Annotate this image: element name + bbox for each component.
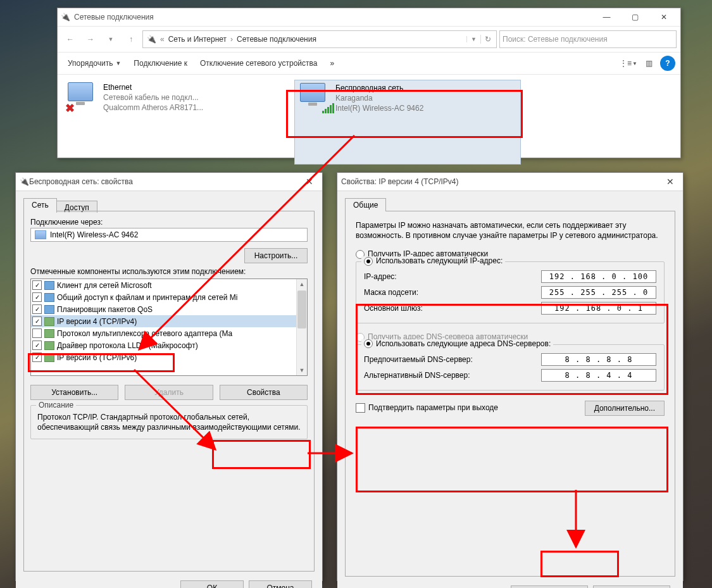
tab-general[interactable]: Общие [345, 198, 386, 211]
connect-to-button[interactable]: Подключение к [128, 56, 192, 70]
gateway-input[interactable]: 192 . 168 . 0 . 1 [541, 302, 656, 315]
list-item[interactable]: ✓Драйвер протокола LLDP (Майкрософт) [31, 339, 307, 351]
component-icon [44, 353, 54, 362]
network-icon: 🔌 [60, 12, 70, 22]
titlebar: 🔌 Сетевые подключения — ▢ ✕ [58, 8, 680, 27]
adapter-field: Intel(R) Wireless-AC 9462 [30, 228, 308, 242]
window-title: Сетевые подключения [74, 13, 592, 22]
organize-menu[interactable]: Упорядочить▼ [63, 56, 126, 70]
ipv4-properties-dialog: Свойства: IP версии 4 (TCP/IPv4) ✕ Общие… [337, 172, 684, 581]
dialog-title: Свойства: IP версии 4 (TCP/IPv4) [341, 177, 459, 186]
network-connections-window: 🔌 Сетевые подключения — ▢ ✕ ← → ▼ ↑ 🔌 « … [57, 8, 681, 158]
dns1-input[interactable]: 8 . 8 . 8 . 8 [541, 353, 656, 366]
dns1-label: Предпочитаемый DNS-сервер: [364, 355, 541, 364]
remove-button: Удалить [125, 385, 213, 400]
advanced-button[interactable]: Дополнительно... [585, 401, 665, 416]
wireless-icon [300, 83, 330, 113]
dialog-titlebar: 🔌 Беспроводная сеть: свойства ✕ [16, 173, 322, 191]
intro-text: Параметры IP можно назначать автоматичес… [356, 220, 665, 241]
list-item[interactable]: Протокол мультиплексора сетевого адаптер… [31, 327, 307, 339]
dns2-label: Альтернативный DNS-сервер: [364, 371, 541, 380]
confirm-checkbox[interactable]: Подтвердить параметры при выходе [356, 403, 498, 413]
list-item[interactable]: ✓Общий доступ к файлам и принтерам для с… [31, 291, 307, 303]
connect-via-label: Подключение через: [30, 218, 308, 227]
install-button[interactable]: Установить... [30, 385, 118, 400]
connections-list: ✖ Ethernet Сетевой кабель не подкл... Qu… [58, 75, 680, 170]
search-input[interactable]: Поиск: Сетевые подключения [499, 30, 677, 48]
component-icon [44, 329, 54, 338]
breadcrumb-icon: 🔌 [144, 31, 159, 47]
ethernet-icon: ✖ [68, 82, 98, 113]
list-item-ipv4[interactable]: ✓IP версии 4 (TCP/IPv4) [31, 315, 307, 327]
description-group: Описание Протокол TCP/IP. Стандартный пр… [30, 405, 308, 439]
ip-input[interactable]: 192 . 168 . 0 . 100 [541, 270, 656, 283]
component-icon [44, 281, 54, 290]
close-button[interactable]: ✕ [649, 8, 678, 26]
tab-network[interactable]: Сеть [23, 198, 57, 211]
adapter-properties-dialog: 🔌 Беспроводная сеть: свойства ✕ Сеть Дос… [15, 172, 323, 581]
breadcrumb[interactable]: 🔌 « Сеть и Интернет › Сетевые подключени… [142, 30, 497, 48]
disable-device-button[interactable]: Отключение сетевого устройства [195, 56, 322, 70]
more-commands[interactable]: » [325, 56, 339, 70]
list-item[interactable]: ✓Планировщик пакетов QoS [31, 303, 307, 315]
address-bar: ← → ▼ ↑ 🔌 « Сеть и Интернет › Сетевые по… [58, 27, 680, 52]
radio-use-dns[interactable]: Использовать следующие адреса DNS-сервер… [361, 339, 553, 349]
description-text: Протокол TCP/IP. Стандартный протокол гл… [37, 412, 301, 432]
command-bar: Упорядочить▼ Подключение к Отключение се… [58, 52, 680, 75]
ip-label: IP-адрес: [364, 272, 541, 281]
dns2-input[interactable]: 8 . 8 . 4 . 4 [541, 369, 656, 382]
view-options-icon[interactable]: ⋮≡▼ [620, 56, 637, 71]
maximize-button[interactable]: ▢ [621, 8, 649, 26]
breadcrumb-item[interactable]: Сеть и Интернет [166, 31, 229, 47]
mask-label: Маска подсети: [364, 288, 541, 297]
components-list[interactable]: ✓Клиент для сетей Microsoft ✓Общий досту… [30, 278, 308, 376]
dialog-title: Беспроводная сеть: свойства [29, 177, 133, 186]
component-icon [44, 317, 54, 326]
preview-pane-icon[interactable]: ▥ [640, 56, 658, 71]
minimize-button[interactable]: — [592, 8, 621, 26]
close-button[interactable]: ✕ [661, 175, 679, 189]
configure-button[interactable]: Настроить... [244, 248, 308, 263]
component-icon [44, 305, 54, 314]
properties-button[interactable]: Свойства [220, 385, 308, 400]
dialog-titlebar: Свойства: IP версии 4 (TCP/IPv4) ✕ [337, 173, 683, 191]
gateway-label: Основной шлюз: [364, 304, 541, 313]
connection-ethernet[interactable]: ✖ Ethernet Сетевой кабель не подкл... Qu… [63, 80, 288, 165]
tabstrip: Общие [342, 196, 678, 211]
scrollbar[interactable]: ▲▼ [296, 279, 307, 375]
adapter-mini-icon [35, 230, 46, 239]
component-icon [44, 293, 54, 302]
up-button[interactable]: ↑ [122, 31, 140, 47]
cancel-button[interactable]: Отмена [249, 580, 312, 588]
tabstrip: Сеть Доступ [21, 196, 317, 211]
connection-wireless[interactable]: Беспроводная сеть Karaganda Intel(R) Wir… [294, 80, 521, 165]
radio-use-ip[interactable]: Использовать следующий IP-адрес: [361, 256, 505, 266]
mask-input[interactable]: 255 . 255 . 255 . 0 [541, 286, 656, 299]
list-item[interactable]: ✓Клиент для сетей Microsoft [31, 279, 307, 291]
breadcrumb-item[interactable]: Сетевые подключения [234, 31, 319, 47]
cancel-button[interactable]: Отмена [593, 585, 670, 588]
list-item[interactable]: ✓IP версии 6 (TCP/IPv6) [31, 351, 307, 363]
ok-button[interactable]: ОК [180, 580, 244, 588]
back-button[interactable]: ← [61, 31, 79, 47]
adapter-icon: 🔌 [20, 177, 29, 186]
help-icon[interactable]: ? [660, 56, 675, 71]
recent-button[interactable]: ▼ [102, 31, 120, 47]
ok-button[interactable]: ОК [511, 585, 588, 588]
component-icon [44, 341, 54, 350]
forward-button[interactable]: → [82, 31, 99, 47]
components-label: Отмеченные компоненты используются этим … [30, 267, 308, 276]
close-button[interactable]: ✕ [301, 175, 318, 189]
